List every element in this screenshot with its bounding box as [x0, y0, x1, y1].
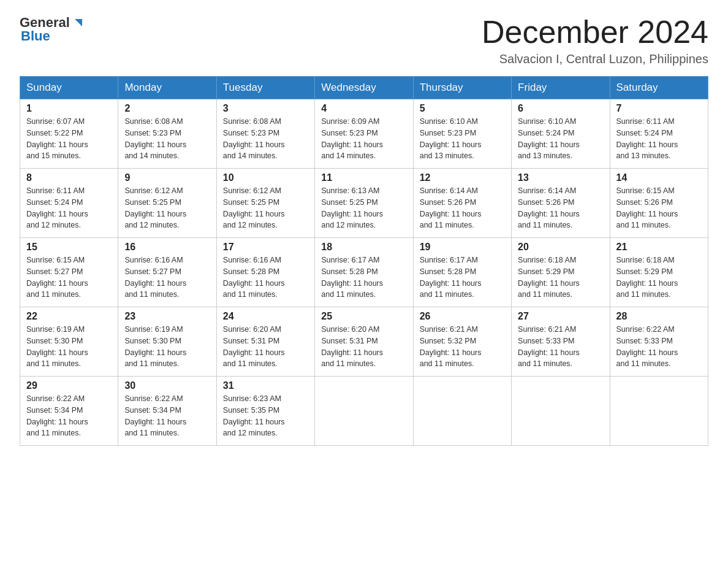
location-title: Salvacion I, Central Luzon, Philippines [482, 52, 708, 66]
calendar-cell: 11Sunrise: 6:13 AMSunset: 5:25 PMDayligh… [315, 169, 413, 238]
calendar-cell [610, 377, 708, 446]
day-number: 4 [321, 103, 406, 114]
day-info: Sunrise: 6:21 AMSunset: 5:32 PMDaylight:… [420, 324, 505, 370]
day-number: 23 [124, 311, 210, 322]
day-info: Sunrise: 6:22 AMSunset: 5:34 PMDaylight:… [26, 393, 112, 439]
weekday-header-thursday: Thursday [413, 77, 511, 99]
day-info: Sunrise: 6:18 AMSunset: 5:29 PMDaylight:… [616, 255, 702, 301]
calendar-cell: 12Sunrise: 6:14 AMSunset: 5:26 PMDayligh… [413, 169, 511, 238]
day-info: Sunrise: 6:07 AMSunset: 5:22 PMDaylight:… [26, 116, 112, 162]
calendar-cell: 9Sunrise: 6:12 AMSunset: 5:25 PMDaylight… [118, 169, 216, 238]
calendar-cell: 1Sunrise: 6:07 AMSunset: 5:22 PMDaylight… [20, 99, 118, 169]
calendar-cell: 28Sunrise: 6:22 AMSunset: 5:33 PMDayligh… [610, 307, 708, 377]
day-info: Sunrise: 6:11 AMSunset: 5:24 PMDaylight:… [616, 116, 702, 162]
calendar-cell: 14Sunrise: 6:15 AMSunset: 5:26 PMDayligh… [610, 169, 708, 238]
month-title: December 2024 [482, 15, 708, 50]
page-header: General Blue December 2024 Salvacion I, … [20, 15, 708, 66]
weekday-header-saturday: Saturday [610, 77, 708, 99]
day-info: Sunrise: 6:08 AMSunset: 5:23 PMDaylight:… [223, 116, 308, 162]
day-info: Sunrise: 6:12 AMSunset: 5:25 PMDaylight:… [223, 185, 308, 231]
weekday-header-wednesday: Wednesday [315, 77, 413, 99]
day-number: 25 [321, 311, 406, 322]
day-info: Sunrise: 6:17 AMSunset: 5:28 PMDaylight:… [321, 255, 406, 301]
day-info: Sunrise: 6:20 AMSunset: 5:31 PMDaylight:… [223, 324, 308, 370]
day-number: 16 [124, 242, 210, 253]
calendar-cell: 3Sunrise: 6:08 AMSunset: 5:23 PMDaylight… [216, 99, 314, 169]
calendar-cell [512, 377, 610, 446]
day-number: 6 [518, 103, 603, 114]
day-number: 3 [223, 103, 308, 114]
week-row-5: 29Sunrise: 6:22 AMSunset: 5:34 PMDayligh… [20, 377, 708, 446]
calendar-cell: 10Sunrise: 6:12 AMSunset: 5:25 PMDayligh… [216, 169, 314, 238]
calendar-cell: 2Sunrise: 6:08 AMSunset: 5:23 PMDaylight… [118, 99, 216, 169]
day-info: Sunrise: 6:19 AMSunset: 5:30 PMDaylight:… [124, 324, 210, 370]
week-row-2: 8Sunrise: 6:11 AMSunset: 5:24 PMDaylight… [20, 169, 708, 238]
calendar-cell: 15Sunrise: 6:15 AMSunset: 5:27 PMDayligh… [20, 238, 118, 307]
day-info: Sunrise: 6:22 AMSunset: 5:33 PMDaylight:… [616, 324, 702, 370]
calendar-cell: 29Sunrise: 6:22 AMSunset: 5:34 PMDayligh… [20, 377, 118, 446]
day-number: 26 [420, 311, 505, 322]
day-info: Sunrise: 6:15 AMSunset: 5:26 PMDaylight:… [616, 185, 702, 231]
day-number: 12 [420, 172, 505, 183]
calendar-table: SundayMondayTuesdayWednesdayThursdayFrid… [20, 76, 708, 446]
day-info: Sunrise: 6:11 AMSunset: 5:24 PMDaylight:… [26, 185, 112, 231]
day-number: 24 [223, 311, 308, 322]
week-row-3: 15Sunrise: 6:15 AMSunset: 5:27 PMDayligh… [20, 238, 708, 307]
day-number: 13 [518, 172, 603, 183]
day-number: 20 [518, 242, 603, 253]
day-info: Sunrise: 6:08 AMSunset: 5:23 PMDaylight:… [124, 116, 210, 162]
calendar-cell: 23Sunrise: 6:19 AMSunset: 5:30 PMDayligh… [118, 307, 216, 377]
day-info: Sunrise: 6:10 AMSunset: 5:23 PMDaylight:… [420, 116, 505, 162]
calendar-cell: 5Sunrise: 6:10 AMSunset: 5:23 PMDaylight… [413, 99, 511, 169]
day-number: 29 [26, 380, 112, 391]
day-number: 28 [616, 311, 702, 322]
calendar-cell: 13Sunrise: 6:14 AMSunset: 5:26 PMDayligh… [512, 169, 610, 238]
day-info: Sunrise: 6:16 AMSunset: 5:27 PMDaylight:… [124, 255, 210, 301]
calendar-cell: 26Sunrise: 6:21 AMSunset: 5:32 PMDayligh… [413, 307, 511, 377]
day-info: Sunrise: 6:09 AMSunset: 5:23 PMDaylight:… [321, 116, 406, 162]
calendar-cell: 17Sunrise: 6:16 AMSunset: 5:28 PMDayligh… [216, 238, 314, 307]
weekday-header-monday: Monday [118, 77, 216, 99]
logo-triangle-icon [71, 17, 85, 30]
weekday-header-tuesday: Tuesday [216, 77, 314, 99]
day-number: 27 [518, 311, 603, 322]
day-info: Sunrise: 6:16 AMSunset: 5:28 PMDaylight:… [223, 255, 308, 301]
day-number: 21 [616, 242, 702, 253]
day-number: 8 [26, 172, 112, 183]
day-number: 22 [26, 311, 112, 322]
day-number: 19 [420, 242, 505, 253]
calendar-cell [413, 377, 511, 446]
day-info: Sunrise: 6:17 AMSunset: 5:28 PMDaylight:… [420, 255, 505, 301]
day-number: 11 [321, 172, 406, 183]
calendar-cell [315, 377, 413, 446]
day-info: Sunrise: 6:13 AMSunset: 5:25 PMDaylight:… [321, 185, 406, 231]
week-row-4: 22Sunrise: 6:19 AMSunset: 5:30 PMDayligh… [20, 307, 708, 377]
calendar-cell: 22Sunrise: 6:19 AMSunset: 5:30 PMDayligh… [20, 307, 118, 377]
day-info: Sunrise: 6:18 AMSunset: 5:29 PMDaylight:… [518, 255, 603, 301]
calendar-cell: 31Sunrise: 6:23 AMSunset: 5:35 PMDayligh… [216, 377, 314, 446]
day-info: Sunrise: 6:14 AMSunset: 5:26 PMDaylight:… [518, 185, 603, 231]
day-number: 31 [223, 380, 308, 391]
day-number: 9 [124, 172, 210, 183]
day-info: Sunrise: 6:20 AMSunset: 5:31 PMDaylight:… [321, 324, 406, 370]
day-number: 10 [223, 172, 308, 183]
calendar-cell: 20Sunrise: 6:18 AMSunset: 5:29 PMDayligh… [512, 238, 610, 307]
day-number: 1 [26, 103, 112, 114]
day-info: Sunrise: 6:10 AMSunset: 5:24 PMDaylight:… [518, 116, 603, 162]
day-info: Sunrise: 6:12 AMSunset: 5:25 PMDaylight:… [124, 185, 210, 231]
weekday-header-row: SundayMondayTuesdayWednesdayThursdayFrid… [20, 77, 708, 99]
calendar-cell: 27Sunrise: 6:21 AMSunset: 5:33 PMDayligh… [512, 307, 610, 377]
weekday-header-friday: Friday [512, 77, 610, 99]
calendar-cell: 18Sunrise: 6:17 AMSunset: 5:28 PMDayligh… [315, 238, 413, 307]
logo: General Blue [20, 15, 85, 44]
day-number: 7 [616, 103, 702, 114]
calendar-cell: 25Sunrise: 6:20 AMSunset: 5:31 PMDayligh… [315, 307, 413, 377]
calendar-cell: 8Sunrise: 6:11 AMSunset: 5:24 PMDaylight… [20, 169, 118, 238]
calendar-cell: 21Sunrise: 6:18 AMSunset: 5:29 PMDayligh… [610, 238, 708, 307]
logo-blue-text: Blue [21, 28, 50, 44]
day-number: 15 [26, 242, 112, 253]
title-section: December 2024 Salvacion I, Central Luzon… [482, 15, 708, 66]
calendar-cell: 7Sunrise: 6:11 AMSunset: 5:24 PMDaylight… [610, 99, 708, 169]
calendar-cell: 24Sunrise: 6:20 AMSunset: 5:31 PMDayligh… [216, 307, 314, 377]
calendar-cell: 16Sunrise: 6:16 AMSunset: 5:27 PMDayligh… [118, 238, 216, 307]
